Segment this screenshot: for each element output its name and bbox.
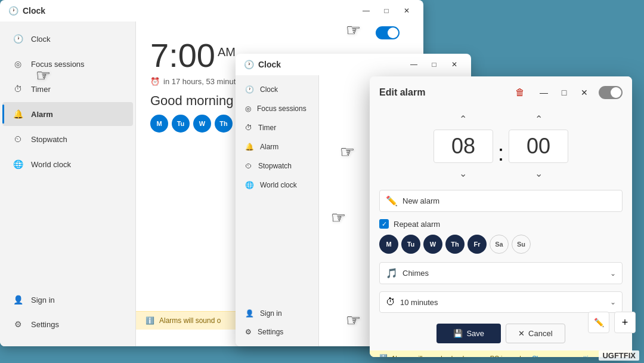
day-chip-tu[interactable]: Tu xyxy=(401,235,420,254)
dialog-close-button[interactable]: ✕ xyxy=(575,85,594,100)
sidebar-item-worldclock-label: World clock xyxy=(31,160,71,169)
dialog-titlebar-controls: — □ ✕ xyxy=(534,85,594,100)
mid-titlebar: 🕐 Clock — □ ✕ xyxy=(236,54,471,75)
day-chip-th[interactable]: Th xyxy=(445,235,465,254)
add-alarm-button[interactable]: + xyxy=(614,312,636,333)
repeat-label: Repeat alarm xyxy=(394,220,440,229)
dialog-minimize-button[interactable]: — xyxy=(534,85,553,100)
mid-signin-icon: 👤 xyxy=(245,309,254,318)
cancel-x-icon: ✕ xyxy=(518,329,525,338)
sound-chevron-icon: ⌄ xyxy=(610,269,616,278)
sidebar-item-timer[interactable]: ⏱ Timer xyxy=(2,77,133,101)
sidebar-item-signin[interactable]: 👤 Sign in xyxy=(2,288,133,312)
alarm-nav-icon: 🔔 xyxy=(12,108,24,120)
mid-worldclock-nav-icon: 🌐 xyxy=(245,181,254,189)
day-chip-m[interactable]: M xyxy=(379,235,398,254)
sidebar-item-stopwatch-label: Stopwatch xyxy=(31,135,67,144)
timer-nav-icon: ⏱ xyxy=(12,83,24,95)
day-pill-w: W xyxy=(193,115,211,133)
mid-timer-nav-icon: ⏱ xyxy=(245,124,252,132)
time-value: 7:00 xyxy=(150,36,215,75)
signin-nav-icon: 👤 xyxy=(12,294,24,306)
mid-sidebar-stopwatch[interactable]: ⏲ Stopwatch xyxy=(238,157,316,175)
time-picker: ⌃ 08 ⌄ : ⌃ 00 ⌄ xyxy=(370,106,632,186)
mid-sidebar-settings[interactable]: ⚙ Settings xyxy=(238,323,316,341)
sidebar-item-settings[interactable]: ⚙ Settings xyxy=(2,312,133,336)
mid-sidebar-clock[interactable]: 🕐 Clock xyxy=(238,81,316,99)
hours-down-button[interactable]: ⌄ xyxy=(452,165,474,182)
edit-icon: ✏️ xyxy=(386,195,398,207)
sidebar-item-focus[interactable]: ◎ Focus sessions xyxy=(2,52,133,76)
mid-sidebar-alarm-label: Alarm xyxy=(260,143,278,151)
mid-sidebar-focus[interactable]: ◎ Focus sessions xyxy=(238,100,316,118)
bg-minimize-button[interactable]: — xyxy=(357,4,376,18)
watermark: UGFTFIX xyxy=(599,350,639,361)
mid-maximize-button[interactable]: □ xyxy=(425,57,444,72)
save-label: Save xyxy=(466,329,484,338)
repeat-checkbox[interactable]: ✓ xyxy=(379,219,389,229)
alarm-clock-icon-small: ⏰ xyxy=(150,77,160,86)
alarm-name-row[interactable]: ✏️ xyxy=(379,190,623,212)
day-chip-w[interactable]: W xyxy=(423,235,442,254)
sound-dropdown[interactable]: 🎵 Chimes ⌄ xyxy=(379,262,623,284)
mid-settings-icon: ⚙ xyxy=(245,328,252,336)
day-chip-fr[interactable]: Fr xyxy=(467,235,487,254)
mid-sidebar: 🕐 Clock ◎ Focus sessions ⏱ Timer 🔔 Alarm… xyxy=(236,75,319,346)
minutes-down-button[interactable]: ⌄ xyxy=(528,165,550,182)
mid-minimize-button[interactable]: — xyxy=(404,57,423,72)
minutes-value[interactable]: 00 xyxy=(509,130,568,163)
sidebar-item-settings-label: Settings xyxy=(31,320,59,329)
sidebar-item-clock[interactable]: 🕐 Clock xyxy=(2,27,133,51)
bg-toggle-area xyxy=(376,26,400,39)
clock-icon-title: 🕐 xyxy=(7,5,19,17)
mid-sidebar-worldclock[interactable]: 🌐 World clock xyxy=(238,176,316,194)
bg-close-button[interactable]: ✕ xyxy=(397,4,416,18)
sidebar-item-worldclock[interactable]: 🌐 World clock xyxy=(2,152,133,176)
alarm-name-input[interactable] xyxy=(402,196,616,205)
time-ampm: AM xyxy=(218,45,236,59)
bg-alarm-toggle[interactable] xyxy=(376,26,400,39)
change-power-settings-link[interactable]: Change power settings xyxy=(532,355,599,358)
repeat-row: ✓ Repeat alarm xyxy=(379,219,623,229)
mid-sidebar-bottom: 👤 Sign in ⚙ Settings xyxy=(236,304,318,342)
mid-titlebar-controls: — □ ✕ xyxy=(404,57,464,72)
snooze-icon: ⏱ xyxy=(386,297,395,307)
mid-sidebar-signin-label: Sign in xyxy=(260,309,282,318)
mid-close-button[interactable]: ✕ xyxy=(445,57,464,72)
sidebar-item-stopwatch[interactable]: ⏲ Stopwatch xyxy=(2,127,133,151)
stopwatch-nav-icon: ⏲ xyxy=(12,133,24,145)
mid-sidebar-stopwatch-label: Stopwatch xyxy=(258,162,292,170)
settings-nav-icon: ⚙ xyxy=(12,318,24,330)
sound-label: Chimes xyxy=(402,269,605,278)
day-chip-su[interactable]: Su xyxy=(512,235,531,254)
mid-sidebar-signin[interactable]: 👤 Sign in xyxy=(238,304,316,322)
minutes-up-button[interactable]: ⌃ xyxy=(528,111,550,127)
bg-sidebar-bottom: 👤 Sign in ⚙ Settings xyxy=(0,287,135,342)
save-button[interactable]: 💾 Save xyxy=(436,324,501,343)
bg-maximize-button[interactable]: □ xyxy=(377,4,396,18)
mid-sidebar-alarm[interactable]: 🔔 Alarm xyxy=(238,138,316,156)
dialog-maximize-button[interactable]: □ xyxy=(555,85,574,100)
save-icon: 💾 xyxy=(453,329,463,338)
worldclock-nav-icon: 🌐 xyxy=(12,158,24,170)
mid-alarm-nav-icon: 🔔 xyxy=(245,143,254,151)
sidebar-item-alarm[interactable]: 🔔 Alarm xyxy=(2,102,133,126)
bottom-banner-text: Alarms will sound only when your PC is a… xyxy=(391,355,528,358)
mid-sidebar-timer[interactable]: ⏱ Timer xyxy=(238,119,316,137)
clock-nav-icon: 🕐 xyxy=(12,33,24,45)
dialog-top-right: 🗑 — □ ✕ xyxy=(510,85,623,100)
info-icon: ℹ️ xyxy=(379,354,388,357)
mid-stopwatch-nav-icon: ⏲ xyxy=(245,162,252,170)
time-colon: : xyxy=(493,141,509,166)
cancel-button[interactable]: ✕ Cancel xyxy=(506,324,565,343)
edit-alarm-toggle[interactable] xyxy=(599,86,623,99)
mid-focus-nav-icon: ◎ xyxy=(245,104,251,113)
sidebar-item-signin-label: Sign in xyxy=(31,296,55,304)
edit-alarm-icon-button[interactable]: ✏️ xyxy=(588,312,609,333)
delete-alarm-button[interactable]: 🗑 xyxy=(510,85,530,100)
hours-up-button[interactable]: ⌃ xyxy=(452,111,474,127)
day-chip-sa[interactable]: Sa xyxy=(490,235,509,254)
snooze-label: 10 minutes xyxy=(400,298,605,307)
snooze-dropdown[interactable]: ⏱ 10 minutes ⌄ xyxy=(379,291,623,313)
hours-value[interactable]: 08 xyxy=(434,130,493,163)
